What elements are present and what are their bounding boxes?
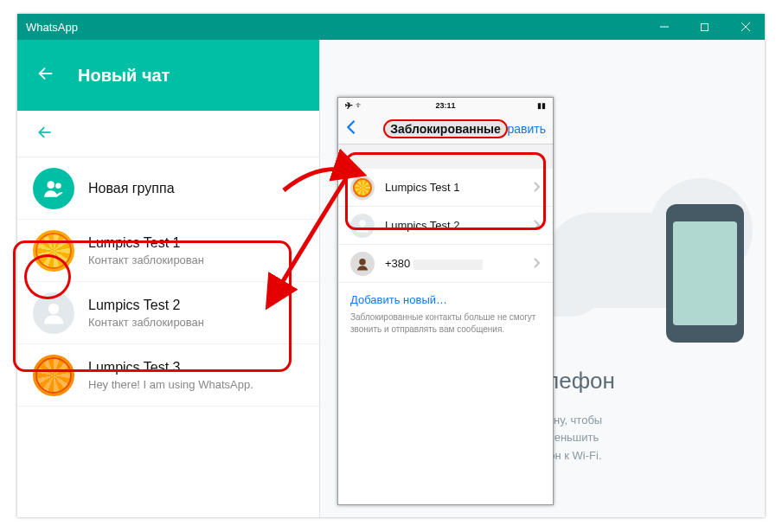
contact-status: Hey there! I am using WhatsApp. xyxy=(88,378,253,391)
contact-name: Lumpics Test 1 xyxy=(88,235,204,251)
iphone-row-2[interactable]: Lumpics Test 2 xyxy=(338,207,553,245)
avatar-lumpics-2 xyxy=(33,292,74,334)
sub-back-row xyxy=(17,111,319,157)
sub-back-icon[interactable] xyxy=(36,124,54,144)
left-panel-header: Новый чат xyxy=(17,40,319,111)
contact-row-2[interactable]: Lumpics Test 2 Контакт заблокирован xyxy=(17,282,319,344)
window-controls xyxy=(644,14,765,40)
new-group-row[interactable]: Новая группа xyxy=(17,157,319,220)
chevron-right-icon xyxy=(534,218,541,234)
window-title: WhatsApp xyxy=(26,21,644,34)
left-panel-title: Новый чат xyxy=(78,66,170,86)
svg-point-9 xyxy=(359,220,366,227)
contact-name: Lumpics Test 2 xyxy=(88,298,204,313)
iphone-blocked-list: Lumpics Test 1 Lumpics Test 2 +380 xyxy=(338,169,553,283)
iphone-overlay: ✈ ᯤ 23:11 ▮▮ Заблокированные Править Lum… xyxy=(337,97,554,505)
iphone-back-button[interactable] xyxy=(345,119,357,138)
iphone-spacer xyxy=(338,144,553,169)
iphone-row-name: Lumpics Test 1 xyxy=(385,181,523,194)
avatar-lumpics-3 xyxy=(33,355,74,396)
chevron-right-icon xyxy=(534,256,541,272)
iphone-row-name: Lumpics Test 2 xyxy=(385,219,523,232)
status-time: 23:11 xyxy=(338,101,553,110)
iphone-row-1[interactable]: Lumpics Test 1 xyxy=(338,169,553,207)
iphone-row-name: +380 xyxy=(385,257,523,270)
mini-avatar-3 xyxy=(350,252,375,276)
iphone-edit-button[interactable]: Править xyxy=(498,122,546,136)
phone-illustration xyxy=(666,204,744,343)
iphone-blocked-description: Заблокированные контакты больше не смогу… xyxy=(338,311,553,348)
contact-row-1[interactable]: Lumpics Test 1 Контакт заблокирован xyxy=(17,220,319,282)
iphone-status-bar: ✈ ᯤ 23:11 ▮▮ xyxy=(338,98,553,113)
svg-point-8 xyxy=(48,303,60,314)
chevron-right-icon xyxy=(534,180,541,195)
group-icon xyxy=(33,168,74,209)
avatar-lumpics-1 xyxy=(33,230,74,272)
iphone-add-new[interactable]: Добавить новый… xyxy=(338,283,553,311)
back-arrow-icon[interactable] xyxy=(36,64,55,87)
contact-status: Контакт заблокирован xyxy=(88,253,204,266)
maximize-button[interactable] xyxy=(685,14,724,40)
svg-point-10 xyxy=(359,259,366,266)
iphone-nav-bar: Заблокированные Править xyxy=(338,113,553,144)
mini-avatar-1 xyxy=(350,176,375,200)
svg-rect-1 xyxy=(702,23,708,30)
iphone-nav-title: Заблокированные xyxy=(383,119,508,138)
titlebar: WhatsApp xyxy=(17,14,765,40)
iphone-row-3[interactable]: +380 xyxy=(338,245,553,283)
contact-status: Контакт заблокирован xyxy=(88,316,204,329)
left-panel: Новый чат Новая группа Lumpics Test 1 xyxy=(17,40,320,517)
minimize-button[interactable] xyxy=(644,14,683,40)
contact-name: Lumpics Test 3 xyxy=(88,360,253,375)
svg-point-6 xyxy=(47,181,54,189)
svg-point-7 xyxy=(55,183,61,189)
contact-row-3[interactable]: Lumpics Test 3 Hey there! I am using Wha… xyxy=(17,344,319,407)
mini-avatar-2 xyxy=(350,214,375,238)
new-group-label: Новая группа xyxy=(88,181,175,196)
close-button[interactable] xyxy=(726,14,765,40)
